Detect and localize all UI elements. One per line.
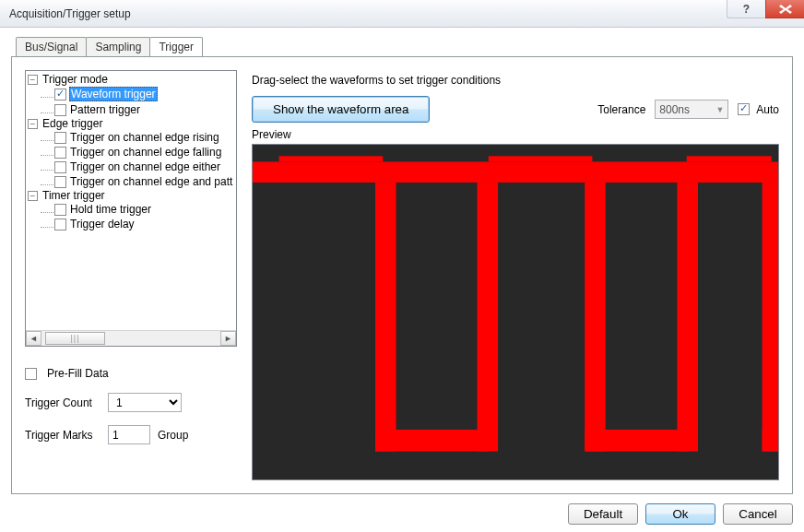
tolerance-label: Tolerance	[597, 103, 645, 116]
tab-panel-trigger: − Trigger mode Waveform trigger	[11, 56, 793, 494]
checkbox-edge-rising[interactable]	[54, 132, 66, 144]
node-edge-patt[interactable]: Trigger on channel edge and patt	[69, 175, 233, 188]
right-column: Drag-select the waveforms to set trigger…	[252, 70, 779, 480]
node-edge-trigger[interactable]: Edge trigger	[41, 117, 103, 130]
checkbox-edge-patt[interactable]	[54, 176, 66, 188]
trigger-marks-input[interactable]	[108, 425, 150, 444]
tab-trigger[interactable]: Trigger	[149, 37, 203, 56]
node-hold-time[interactable]: Hold time trigger	[69, 203, 152, 216]
node-edge-falling[interactable]: Trigger on channel edge falling	[69, 146, 222, 159]
expander-icon[interactable]: −	[28, 119, 38, 129]
node-edge-either[interactable]: Trigger on channel edge either	[69, 160, 221, 173]
tab-sampling[interactable]: Sampling	[86, 37, 150, 56]
checkbox-auto[interactable]	[738, 103, 750, 115]
chevron-down-icon: ▼	[715, 105, 724, 114]
node-waveform-trigger[interactable]: Waveform trigger	[69, 87, 158, 101]
svg-rect-2	[489, 156, 593, 161]
preview-label: Preview	[252, 128, 779, 141]
trigger-marks-label: Trigger Marks	[25, 429, 100, 442]
svg-rect-8	[585, 430, 689, 452]
node-pattern-trigger[interactable]: Pattern trigger	[69, 103, 141, 116]
scroll-left-icon[interactable]: ◄	[26, 331, 41, 346]
node-timer-trigger[interactable]: Timer trigger	[41, 189, 106, 202]
scroll-thumb[interactable]	[45, 332, 105, 345]
help-icon: ?	[743, 3, 750, 16]
svg-rect-11	[763, 430, 778, 452]
prefill-label: Pre-Fill Data	[47, 367, 109, 380]
left-options: Pre-Fill Data Trigger Count 1 Trigger Ma…	[25, 347, 237, 444]
waveform-icon	[253, 145, 778, 452]
tab-bus-signal[interactable]: Bus/Signal	[16, 37, 87, 56]
checkbox-waveform-trigger[interactable]	[54, 89, 66, 100]
window-buttons: ?	[727, 0, 804, 18]
checkbox-prefill-data[interactable]	[25, 368, 37, 380]
node-edge-rising[interactable]: Trigger on channel edge rising	[69, 131, 220, 144]
close-icon	[779, 5, 792, 14]
svg-rect-10	[763, 183, 778, 452]
tolerance-value: 800ns	[659, 103, 690, 116]
svg-rect-0	[253, 161, 778, 183]
show-waveform-button[interactable]: Show the waveform area	[252, 96, 430, 123]
checkbox-edge-falling[interactable]	[54, 147, 66, 159]
auto-label: Auto	[756, 103, 779, 116]
default-button[interactable]: Default	[568, 503, 638, 525]
checkbox-hold-time[interactable]	[54, 204, 66, 216]
dialog-body: Bus/Signal Sampling Trigger − Trigger mo…	[0, 28, 804, 532]
group-label: Group	[158, 429, 188, 442]
trigger-tree[interactable]: − Trigger mode Waveform trigger	[25, 70, 237, 347]
trigger-count-label: Trigger Count	[25, 396, 100, 409]
waveform-preview[interactable]	[252, 144, 779, 480]
svg-rect-7	[585, 183, 606, 452]
instruction-text: Drag-select the waveforms to set trigger…	[252, 74, 779, 87]
svg-rect-4	[375, 183, 396, 452]
checkbox-pattern-trigger[interactable]	[54, 104, 66, 116]
svg-rect-3	[687, 156, 772, 161]
trigger-count-select[interactable]: 1	[108, 393, 182, 412]
tabstrip: Bus/Signal Sampling Trigger	[16, 37, 793, 56]
help-button[interactable]: ?	[727, 0, 765, 18]
window-title: Acquisition/Trigger setup	[9, 7, 131, 20]
svg-rect-6	[478, 183, 499, 452]
checkbox-edge-either[interactable]	[54, 161, 66, 173]
svg-rect-9	[677, 183, 698, 452]
ok-button[interactable]: Ok	[645, 503, 715, 525]
svg-rect-5	[375, 430, 489, 452]
node-trigger-mode[interactable]: Trigger mode	[41, 73, 109, 86]
scroll-right-icon[interactable]: ►	[220, 331, 236, 346]
node-trigger-delay[interactable]: Trigger delay	[69, 218, 136, 231]
titlebar: Acquisition/Trigger setup ?	[0, 0, 804, 28]
cancel-button[interactable]: Cancel	[723, 503, 793, 525]
dialog-footer: Default Ok Cancel	[0, 503, 804, 525]
close-button[interactable]	[765, 0, 804, 18]
svg-rect-1	[279, 156, 384, 161]
left-column: − Trigger mode Waveform trigger	[25, 70, 237, 480]
tree-horizontal-scrollbar[interactable]: ◄ ►	[26, 330, 236, 346]
tolerance-select[interactable]: 800ns ▼	[655, 100, 728, 119]
expander-icon[interactable]: −	[28, 75, 38, 85]
checkbox-trigger-delay[interactable]	[54, 219, 66, 231]
expander-icon[interactable]: −	[28, 191, 38, 201]
